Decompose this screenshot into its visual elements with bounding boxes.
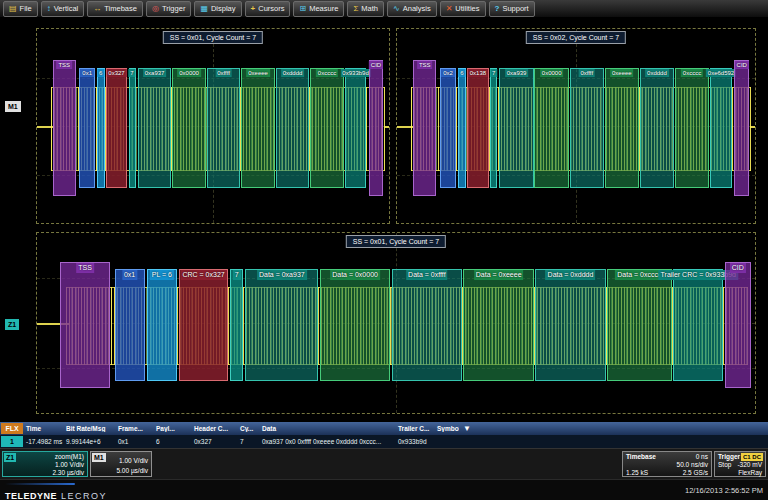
menu-label: Measure <box>309 4 338 13</box>
timebase-descriptor[interactable]: Timebase 0 ns 50.0 ns/div 1.25 kS 2.5 GS… <box>622 451 712 477</box>
menu-display[interactable]: ▦Display <box>194 1 241 17</box>
table-collapse-icon[interactable]: ▼ <box>463 422 471 435</box>
decode-label: 0x0000 <box>540 69 564 77</box>
menu-trigger[interactable]: ◎Trigger <box>146 1 191 17</box>
decode-label: 7 <box>490 69 497 77</box>
trigger-mode: Stop <box>718 461 731 468</box>
menu-utilities[interactable]: ✕Utilities <box>440 1 486 17</box>
decode-label: TSS <box>417 61 433 69</box>
vertical-icon: ↕ <box>47 5 51 13</box>
decode-label: 0xeeee <box>246 69 270 77</box>
decode-box-cid: CID <box>725 262 751 388</box>
cell-payload: 6 <box>154 438 192 445</box>
decode-box-data: Data = 0xffff <box>392 269 462 381</box>
brand-logo: TELEDYNELECROY <box>5 485 107 500</box>
col-cycle: Cy... <box>238 425 260 432</box>
decode-box-data: 0xeeee <box>241 68 275 188</box>
decode-box-frame-id: 0x1 <box>79 68 95 188</box>
trace-chip-m1[interactable]: M1 <box>4 100 22 113</box>
col-frame: Frame... <box>116 425 154 432</box>
trigger-level: -320 mV <box>737 461 762 468</box>
decode-label: 0x2 <box>441 69 455 77</box>
menu-file[interactable]: ▤File <box>3 1 38 17</box>
m1-vdiv: 1.00 V/div <box>119 457 148 464</box>
measure-icon: ⊞ <box>299 5 306 13</box>
trigger-title: Trigger <box>718 453 740 460</box>
decode-box-tss: TSS <box>413 60 436 196</box>
menu-label: File <box>20 4 32 13</box>
decode-box-frame-id: 0x2 <box>440 68 456 188</box>
menu-measure[interactable]: ⊞Measure <box>293 1 344 17</box>
trigger-icon: ◎ <box>152 5 159 13</box>
decode-label: 0xa939 <box>505 69 529 77</box>
panel-z1-zoom[interactable]: SS = 0x01, Cycle Count = 7 TSS 0x1 PL = … <box>36 232 756 414</box>
decode-label: 0xffff <box>578 69 595 77</box>
decode-box-data: 0xdddd <box>276 68 310 188</box>
m1-descriptor[interactable]: M1 1.00 V/div 5.00 µs/div <box>90 451 152 477</box>
menu-bar: ▤File ↕Vertical ↔Timebase ◎Trigger ▦Disp… <box>0 0 768 18</box>
decode-box-frame-id: 0x1 <box>115 269 145 381</box>
menu-label: Math <box>361 4 378 13</box>
display-icon: ▦ <box>200 5 208 13</box>
z1-tdiv: 2.30 µs/div <box>52 469 84 476</box>
m1-tag: M1 <box>92 453 106 462</box>
footer: TELEDYNELECROY 12/16/2013 2:56:52 PM <box>0 479 768 500</box>
decode-box-header-crc: CRC = 0x327 <box>179 269 228 381</box>
decode-label: Data = 0xeeee <box>474 270 524 280</box>
decode-label: Data = 0xcccc <box>615 270 663 280</box>
decode-box-cycle-count: 7 <box>490 68 497 188</box>
cursors-icon: + <box>251 5 256 13</box>
menu-support[interactable]: ?Support <box>489 1 535 17</box>
decode-source-badge[interactable]: FLX <box>1 423 23 434</box>
z1-descriptor[interactable]: Z1 zoom(M1) 1.00 V/div 2.30 µs/div <box>2 451 88 477</box>
menu-vertical[interactable]: ↕Vertical <box>41 1 85 17</box>
menu-cursors[interactable]: +Cursors <box>245 1 291 17</box>
timebase-rate: 2.5 GS/s <box>683 469 708 476</box>
decode-box-data: 0xdddd <box>640 68 674 188</box>
decode-label: TSS <box>56 61 72 69</box>
decode-label: 7 <box>128 69 135 77</box>
decode-box-cycle-count: 7 <box>129 68 136 188</box>
support-icon: ? <box>495 5 500 13</box>
decode-label: Data = 0xa937 <box>257 270 307 280</box>
decode-label: Data = 0x0000 <box>330 270 380 280</box>
decode-box-payload-length: 6 <box>458 68 466 188</box>
decode-label: 0x1 <box>122 270 137 280</box>
utilities-icon: ✕ <box>446 5 453 13</box>
frame-banner: SS = 0x01, Cycle Count = 7 <box>163 31 263 44</box>
brand-lecroy: LECROY <box>61 491 107 500</box>
panel-m1-frame1[interactable]: SS = 0x01, Cycle Count = 7 TSS 0x1 6 0x3… <box>36 28 390 224</box>
trace-chip-z1[interactable]: Z1 <box>4 318 20 331</box>
decode-box-tss: TSS <box>53 60 76 196</box>
timebase-samples: 1.25 kS <box>626 469 648 476</box>
cell-trailer-crc: 0x933b9d <box>396 438 435 445</box>
decode-label: CRC = 0x327 <box>180 270 226 280</box>
decode-label: 0xcccc <box>316 69 338 77</box>
decode-box-data: 0xcccc <box>675 68 709 188</box>
decode-box-header-crc: 0x327 <box>106 68 127 188</box>
decode-box-data: Data = 0x0000 <box>320 269 390 381</box>
decode-label: Data = 0xdddd <box>546 270 596 280</box>
brand-teledyne: TELEDYNE <box>5 491 57 500</box>
menu-label: Cursors <box>258 4 284 13</box>
decode-table: FLX Time Bit Rate/Msg Frame... Payl... H… <box>0 422 768 448</box>
menu-math[interactable]: ΣMath <box>347 1 384 17</box>
z1-tag: Z1 <box>4 453 16 462</box>
menu-analysis[interactable]: ∿Analysis <box>387 1 437 17</box>
decode-box-data: 0xa939 <box>499 68 533 188</box>
table-row[interactable]: 1 -17.4982 ms 9.99144e+6 0x1 6 0x327 7 0… <box>0 435 768 448</box>
decode-box-data: 0xa937 <box>138 68 172 188</box>
decode-label: 0x0000 <box>177 69 201 77</box>
col-bitrate: Bit Rate/Msg <box>64 425 116 432</box>
decode-label: 0x327 <box>106 69 126 77</box>
menu-timebase[interactable]: ↔Timebase <box>87 1 143 17</box>
decode-box-data: Data = 0xcccc <box>607 269 672 381</box>
decode-box-cid: CID <box>369 60 384 196</box>
status-bar: Z1 zoom(M1) 1.00 V/div 2.30 µs/div M1 1.… <box>0 448 768 479</box>
decode-box-data: 0xcccc <box>310 68 344 188</box>
panel-m1-frame2[interactable]: SS = 0x02, Cycle Count = 7 TSS 0x2 6 0x1… <box>396 28 756 224</box>
trigger-descriptor[interactable]: Trigger C1 DC Stop -320 mV FlexRay <box>714 451 766 477</box>
menu-label: Display <box>211 4 236 13</box>
decode-label: 0xffff <box>215 69 232 77</box>
decode-box-data: Data = 0xeeee <box>463 269 533 381</box>
